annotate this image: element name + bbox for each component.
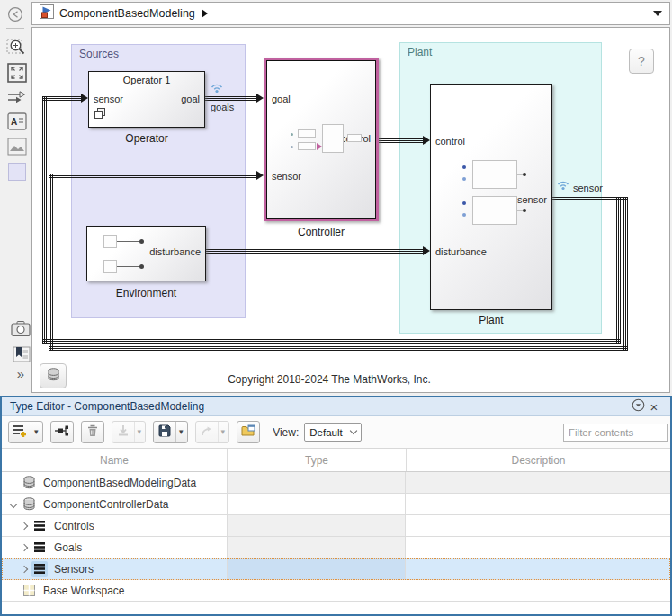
row-description-cell[interactable] [406,537,670,558]
operator-in-port-label: sensor [94,94,123,104]
signal-arrows-button[interactable] [6,89,28,107]
chevron-right-icon[interactable] [18,545,31,550]
controller-block-name: Controller [264,226,379,238]
type-editor-titlebar[interactable]: Type Editor - ComponentBasedModeling × [2,397,670,416]
operator-block[interactable]: Operator 1 sensor goal [88,71,205,128]
controller-preview [347,134,362,142]
plant-block-name: Plant [430,314,552,326]
chevron-down-icon[interactable] [7,502,20,507]
wireless-signal-icon [210,81,224,97]
table-row-controls[interactable]: Controls [2,515,670,537]
row-description-cell[interactable] [406,515,670,536]
sensor-feedback-wire[interactable] [616,197,621,344]
sensor-signal-label[interactable]: sensor [573,183,603,193]
column-header-type[interactable]: Type [228,449,407,471]
import-button: ▾ [112,421,147,443]
plant-preview [462,165,466,169]
zoom-region-icon [6,37,28,59]
data-dictionary-badge[interactable] [40,363,67,388]
annotation-icon: A [7,112,27,133]
panel-close-button[interactable]: × [646,398,662,415]
add-entry-button[interactable]: ▾ [8,421,43,443]
area-box-button[interactable] [7,163,27,183]
row-name-cell[interactable]: Controls [2,515,228,536]
zoom-region-button[interactable] [5,37,29,58]
row-type-cell[interactable] [227,472,406,493]
row-description-cell[interactable] [406,472,670,493]
plant-sensor-port-label: sensor [517,194,547,205]
plant-block[interactable]: control disturbance sensor [430,84,552,310]
back-arrow-icon [7,6,23,25]
panel-menu-button[interactable] [630,398,646,415]
table-row-componentbasedmodelingdata[interactable]: ComponentBasedModelingData [2,472,670,494]
control-signal-wire[interactable] [379,138,424,143]
environment-block[interactable]: disturbance [86,226,206,281]
controller-sensor-wire[interactable] [49,174,257,178]
column-header-name[interactable]: Name [2,449,228,471]
breadcrumb-model-name[interactable]: ComponentBasedModeling [59,7,195,20]
filter-contents-input[interactable] [563,424,668,442]
sensor-feedback-wire[interactable] [623,197,628,351]
sensor-feedback-wire[interactable] [49,174,53,351]
wireless-signal-icon [556,178,570,194]
dropdown-caret-icon[interactable]: ▾ [31,422,39,442]
variant-badge-icon[interactable] [94,107,106,123]
environment-preview [117,266,141,267]
row-description-cell[interactable] [406,558,670,579]
expand-toolstrip-button[interactable]: » [11,364,31,382]
disturbance-signal-wire[interactable] [206,249,424,254]
table-row-base-workspace[interactable]: Base Workspace [2,580,670,602]
row-name-cell[interactable]: Goals [2,537,228,558]
back-button[interactable] [6,6,24,24]
add-element-button[interactable] [50,421,74,443]
annotation-button[interactable]: A [6,112,28,132]
goals-signal-label[interactable]: goals [211,102,234,112]
row-type-cell[interactable] [227,558,406,579]
controller-preview [322,124,344,153]
operator-sensor-wire[interactable] [42,96,82,101]
wire-arrowhead [81,94,88,103]
breadcrumb-caret-icon[interactable] [202,9,208,18]
controller-sensor-port-label: sensor [272,171,301,182]
row-description-cell[interactable] [406,494,670,514]
row-name-cell[interactable]: ComponentControllerData [2,494,228,514]
row-type-cell[interactable] [227,537,406,558]
sensor-feedback-wire[interactable] [49,346,628,351]
save-button[interactable]: ▾ [153,421,188,443]
row-name-cell[interactable]: Base Workspace [2,580,670,601]
table-row-sensors[interactable]: Sensors [2,558,670,580]
plant-preview [472,196,517,225]
row-type-cell[interactable] [227,494,406,514]
controller-block[interactable]: goal sensor control [264,58,379,221]
chevron-right-icon[interactable] [18,523,31,529]
fit-to-view-button[interactable] [6,63,28,85]
table-row-componentcontrollerdata[interactable]: ComponentControllerData [2,494,670,515]
help-button[interactable]: ? [629,49,654,74]
chevron-right-icon[interactable] [18,567,31,572]
view-dropdown[interactable]: Default [304,423,362,442]
sensor-feedback-wire[interactable] [42,96,47,344]
image-button[interactable] [6,138,28,157]
save-icon [157,424,172,441]
operator-out-port-label: goal [181,94,200,104]
toolbar-buttons: ▾▾▾▾ [8,421,267,443]
row-name-cell[interactable]: Sensors [2,558,228,579]
table-row-goals[interactable]: Goals [2,537,670,558]
simulink-model-icon [40,4,54,22]
column-header-description[interactable]: Description [407,454,670,467]
sidebar-divider [6,28,24,29]
screenshot-button[interactable] [10,320,31,339]
dropdown-caret-icon[interactable]: ▾ [175,422,184,442]
open-window-button[interactable] [237,421,260,443]
legend-button[interactable] [12,345,31,365]
row-name-cell[interactable]: ComponentBasedModelingData [2,472,228,493]
breadcrumb-dropdown-icon[interactable] [653,11,662,16]
row-label: ComponentBasedModelingData [43,477,196,489]
row-type-cell[interactable] [227,515,406,536]
sources-area-label: Sources [79,48,119,60]
arrows-right-icon [7,89,27,108]
delete-button[interactable] [81,421,104,443]
model-canvas[interactable]: Sources Plant Operator 1 sensor goal Ope… [31,27,670,393]
sensor-feedback-wire[interactable] [42,339,621,344]
circled-chevron-icon [632,398,645,415]
